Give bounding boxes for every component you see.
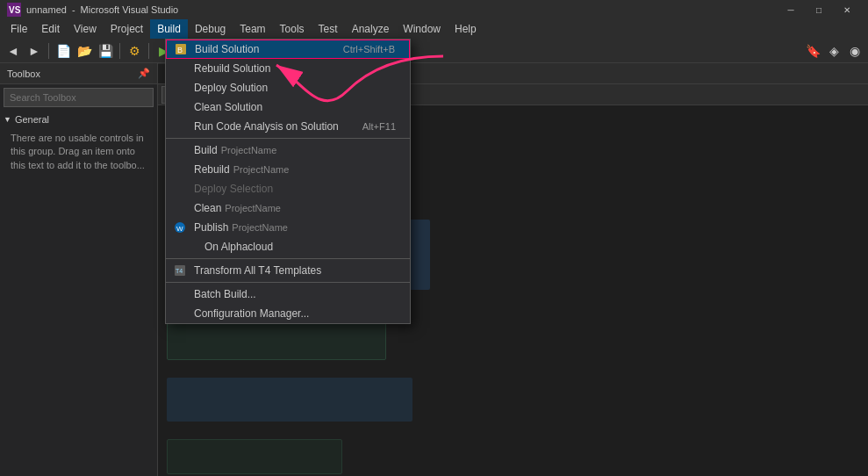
dropdown-sep-1	[166, 138, 410, 139]
transform-t4-label: Transform All T4 Templates	[194, 264, 321, 277]
menu-item-publish[interactable]: W Publish ProjectName	[166, 218, 410, 237]
toolbar-save-btn[interactable]: 💾	[96, 41, 115, 61]
menu-item-rebuild[interactable]: Rebuild ProjectName	[166, 160, 410, 179]
build-solution-label: Build Solution	[195, 43, 259, 55]
rebuild-label: Rebuild	[194, 163, 230, 176]
menu-project[interactable]: Project	[104, 19, 150, 39]
vs-logo: VS	[7, 3, 21, 17]
toolbox-general-section: ▼ General There are no usable controls i…	[0, 111, 157, 179]
menu-item-clean-solution[interactable]: Clean Solution	[166, 97, 410, 117]
project-name: unnamed	[26, 4, 67, 15]
toolbox-search-input[interactable]	[4, 88, 154, 107]
window-controls: ─ □ ✕	[777, 0, 861, 19]
toolbar-bookmark-btn[interactable]: 🔖	[803, 41, 822, 61]
toolbar-sep-1	[48, 43, 49, 59]
menu-item-deploy-selection: Deploy Selection	[166, 179, 410, 198]
toolbox-panel: Toolbox 📌 ▼ General There are no usable …	[0, 63, 158, 476]
title-bar: VS unnamed - Microsoft Visual Studio ─ □…	[0, 0, 868, 19]
rebuild-subtext: ProjectName	[233, 164, 290, 175]
menu-debug[interactable]: Debug	[188, 19, 233, 39]
toolbox-title: Toolbox	[7, 69, 40, 79]
publish-subtext: ProjectName	[232, 222, 288, 233]
menu-edit[interactable]: Edit	[34, 19, 67, 39]
title-separator: -	[72, 4, 75, 15]
toolbox-empty-text: There are no usable controls in this gro…	[4, 126, 154, 177]
menu-item-batch-build[interactable]: Batch Build...	[166, 285, 410, 304]
main-layout: Toolbox 📌 ▼ General There are no usable …	[0, 63, 868, 476]
menu-item-clean[interactable]: Clean ProjectName	[166, 198, 410, 218]
build-dropdown-menu[interactable]: B Build Solution Ctrl+Shift+B Rebuild So…	[165, 39, 411, 324]
toolbar-build-icon[interactable]: ⚙	[125, 41, 144, 61]
dropdown-sep-2	[166, 258, 410, 259]
minimize-button[interactable]: ─	[777, 0, 805, 19]
dropdown-sep-3	[166, 282, 410, 283]
code-blur-7	[167, 378, 412, 422]
run-code-analysis-shortcut: Alt+F11	[362, 121, 396, 132]
menu-test[interactable]: Test	[312, 19, 345, 39]
app-name: Microsoft Visual Studio	[81, 4, 179, 15]
menu-item-run-code-analysis[interactable]: Run Code Analysis on Solution Alt+F11	[166, 117, 410, 136]
menu-tools[interactable]: Tools	[273, 19, 312, 39]
toolbar-extra1-btn[interactable]: ◈	[824, 41, 843, 61]
publish-icon: W	[173, 220, 187, 234]
publish-label: Publish	[194, 221, 228, 234]
toolbar-sep-2	[119, 43, 120, 59]
menu-bar: File Edit View Project Build Debug Team …	[0, 19, 868, 39]
build-label: Build	[194, 144, 218, 156]
toolbox-section-header[interactable]: ▼ General	[4, 112, 154, 126]
svg-text:VS: VS	[9, 5, 21, 15]
menu-item-rebuild-solution[interactable]: Rebuild Solution	[166, 59, 410, 78]
menu-file[interactable]: File	[4, 19, 34, 39]
deploy-solution-label: Deploy Solution	[194, 82, 268, 94]
toolbar-open-btn[interactable]: 📂	[75, 41, 94, 61]
config-manager-label: Configuration Manager...	[194, 307, 309, 320]
build-solution-shortcut: Ctrl+Shift+B	[343, 44, 395, 54]
toolbox-header: Toolbox 📌	[0, 63, 157, 84]
maximize-button[interactable]: □	[805, 0, 833, 19]
menu-view[interactable]: View	[67, 19, 104, 39]
build-subtext: ProjectName	[221, 145, 277, 155]
toolbox-section-chevron: ▼	[4, 115, 11, 124]
svg-text:B: B	[177, 46, 183, 54]
transform-icon: T4	[173, 263, 187, 278]
clean-solution-label: Clean Solution	[194, 101, 262, 113]
main-toolbar: ◄ ► 📄 📂 💾 ⚙ ▶ ■ 📌 🔍 🔖 ◈ ◉	[0, 39, 868, 63]
svg-text:T4: T4	[176, 268, 183, 274]
menu-item-transform-t4[interactable]: T4 Transform All T4 Templates	[166, 261, 410, 280]
menu-item-config-manager[interactable]: Configuration Manager...	[166, 304, 410, 323]
menu-item-build-solution[interactable]: B Build Solution Ctrl+Shift+B	[166, 40, 410, 59]
menu-help[interactable]: Help	[448, 19, 484, 39]
deploy-selection-label: Deploy Selection	[194, 183, 273, 195]
menu-team[interactable]: Team	[233, 19, 272, 39]
run-code-analysis-label: Run Code Analysis on Solution	[194, 120, 339, 133]
rebuild-solution-label: Rebuild Solution	[194, 62, 270, 75]
toolbar-fwd-btn[interactable]: ►	[25, 41, 44, 61]
menu-item-deploy-solution[interactable]: Deploy Solution	[166, 78, 410, 97]
close-button[interactable]: ✕	[833, 0, 861, 19]
menu-build[interactable]: Build	[150, 19, 188, 39]
toolbox-section-label: General	[15, 114, 49, 125]
toolbar-sep-3	[148, 43, 149, 59]
toolbox-pin-icon[interactable]: 📌	[138, 68, 150, 79]
menu-item-build[interactable]: Build ProjectName	[166, 141, 410, 160]
on-alphacloud-label: On Alphacloud	[204, 241, 273, 253]
clean-subtext: ProjectName	[225, 203, 281, 213]
menu-analyze[interactable]: Analyze	[345, 19, 397, 39]
toolbar-back-btn[interactable]: ◄	[4, 41, 23, 61]
toolbar-extra2-btn[interactable]: ◉	[845, 41, 864, 61]
clean-label: Clean	[194, 202, 221, 214]
menu-item-on-alphacloud[interactable]: On Alphacloud	[166, 237, 410, 256]
toolbar-new-btn[interactable]: 📄	[54, 41, 73, 61]
batch-build-label: Batch Build...	[194, 288, 256, 300]
svg-text:W: W	[176, 225, 183, 233]
code-blur-8	[167, 439, 342, 474]
menu-window[interactable]: Window	[396, 19, 448, 39]
build-solution-icon: B	[174, 42, 188, 56]
